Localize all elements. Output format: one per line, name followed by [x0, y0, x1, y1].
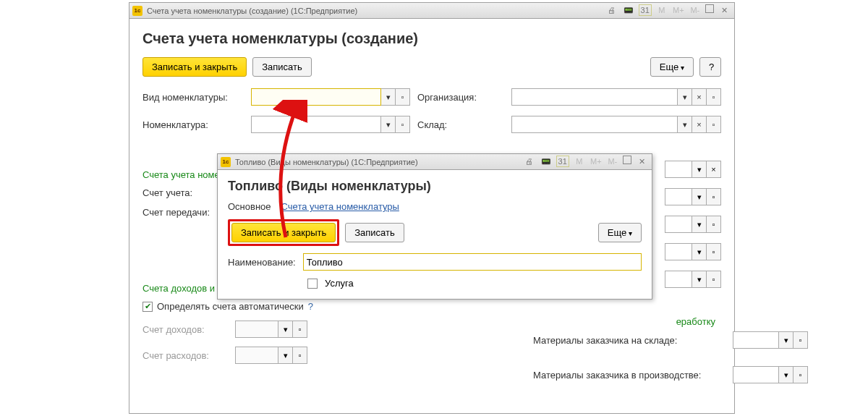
nom-input[interactable] — [251, 116, 381, 133]
vid-open-icon[interactable]: ▫ — [396, 88, 410, 106]
expense-open-icon[interactable]: ▫ — [293, 347, 307, 364]
vid-input[interactable] — [251, 88, 381, 106]
extra-input-5[interactable] — [665, 271, 692, 288]
dialog-app-icon: 1c — [221, 157, 231, 167]
sklad-clear-icon[interactable]: × — [692, 116, 707, 133]
more-button[interactable]: Еще — [650, 57, 694, 77]
dlg-print-icon[interactable]: 🖨 — [523, 156, 536, 167]
income-label: Счет доходов: — [142, 324, 229, 335]
extra-input-4[interactable] — [665, 243, 692, 260]
mat-sklad-open-icon[interactable]: ▫ — [793, 331, 808, 349]
auto-label: Определять счета автоматически — [157, 301, 304, 312]
window-title: Счета учета номенклатуры (создание) (1С:… — [147, 7, 357, 15]
dialog-window-title: Топливо (Виды номенклатуры) (1С:Предприя… — [235, 158, 418, 166]
sklad-label: Склад: — [417, 119, 504, 130]
transfer-label: Счет передачи: — [142, 207, 229, 218]
dlg-save-close-button[interactable]: Записать и закрыть — [231, 223, 336, 242]
extra1-dd-icon[interactable]: ▾ — [692, 161, 707, 178]
service-label: Услуга — [325, 278, 354, 289]
nom-open-icon[interactable]: ▫ — [396, 116, 410, 133]
extra3-dd-icon[interactable]: ▾ — [692, 216, 707, 233]
vid-label: Вид номенклатуры: — [142, 92, 244, 103]
extra2-dd-icon[interactable]: ▾ — [692, 188, 707, 205]
sklad-dropdown-icon[interactable]: ▾ — [678, 116, 692, 133]
dlg-restore-icon[interactable] — [623, 156, 631, 164]
service-checkbox[interactable] — [307, 279, 318, 289]
dlg-close-icon[interactable]: ✕ — [635, 156, 648, 168]
main-titlebar[interactable]: 1c Счета учета номенклатуры (создание) (… — [129, 3, 734, 19]
mat-proizv-open-icon[interactable]: ▫ — [793, 366, 808, 383]
extra4-open-icon[interactable]: ▫ — [707, 243, 721, 260]
nom-dropdown-icon[interactable]: ▾ — [381, 116, 396, 133]
tab-main[interactable]: Основное — [228, 201, 271, 212]
m-icon[interactable]: M — [655, 4, 668, 16]
calendar-green-icon[interactable]: 📟 — [622, 5, 635, 17]
extra-input-2[interactable] — [665, 188, 692, 205]
org-input[interactable] — [511, 88, 678, 106]
income-open-icon[interactable]: ▫ — [293, 321, 307, 338]
close-icon[interactable]: ✕ — [718, 5, 731, 17]
extra4-dd-icon[interactable]: ▾ — [692, 243, 707, 260]
mat-proizv-input[interactable] — [733, 366, 779, 383]
vid-dropdown-icon[interactable]: ▾ — [381, 88, 396, 106]
nom-label: Номенклатура: — [142, 119, 244, 130]
org-dropdown-icon[interactable]: ▾ — [678, 88, 692, 106]
income-input[interactable] — [235, 321, 278, 338]
help-button[interactable]: ? — [699, 57, 721, 77]
help-qmark-icon[interactable]: ? — [308, 301, 313, 312]
extra-input-3[interactable] — [665, 216, 692, 233]
save-close-button[interactable]: Записать и закрыть — [142, 57, 247, 77]
save-button[interactable]: Записать — [252, 57, 312, 77]
expense-label: Счет расходов: — [142, 350, 229, 361]
print-icon[interactable]: 🖨 — [605, 4, 618, 16]
extra3-open-icon[interactable]: ▫ — [707, 216, 721, 233]
extra5-dd-icon[interactable]: ▾ — [692, 271, 707, 288]
expense-dropdown-icon[interactable]: ▾ — [278, 347, 293, 364]
org-clear-icon[interactable]: × — [692, 88, 707, 106]
name-label: Наименование: — [228, 257, 296, 268]
toolbar: Записать и закрыть Записать Еще ? — [142, 57, 721, 77]
auto-checkbox[interactable] — [142, 302, 153, 312]
dlg-m-icon[interactable]: M — [573, 156, 586, 167]
extra1-x-icon[interactable]: × — [707, 161, 721, 178]
right-extra-fields: ▾× ▾▫ ▾▫ ▾▫ ▾▫ — [665, 161, 721, 288]
calendar-icon[interactable]: 31 — [639, 4, 652, 16]
highlight-red: Записать и закрыть — [228, 219, 339, 246]
dlg-save-button[interactable]: Записать — [345, 223, 404, 242]
mat-sklad-dd-icon[interactable]: ▾ — [779, 331, 793, 349]
dlg-calc-icon[interactable]: 📟 — [540, 156, 553, 168]
app-icon: 1c — [132, 6, 142, 16]
mat-sklad-input[interactable] — [733, 331, 779, 349]
dialog-window: 1c Топливо (Виды номенклатуры) (1С:Предп… — [217, 153, 652, 300]
green-truncated: еработку — [676, 316, 715, 327]
dialog-title: Топливо (Виды номенклатуры) — [228, 179, 642, 194]
org-label: Организация: — [417, 92, 504, 103]
mat-sklad-label: Материалы заказчика на складе: — [533, 335, 721, 346]
extra2-open-icon[interactable]: ▫ — [707, 188, 721, 205]
name-input[interactable] — [303, 253, 642, 271]
dlg-mminus-icon[interactable]: M- — [606, 156, 619, 167]
dlg-mplus-icon[interactable]: M+ — [590, 156, 603, 167]
mminus-icon[interactable]: M- — [689, 4, 702, 16]
mat-proizv-dd-icon[interactable]: ▾ — [779, 366, 793, 383]
tab-accounts[interactable]: Счета учета номенклатуры — [281, 201, 399, 212]
mat-proizv-label: Материалы заказчика в производстве: — [533, 370, 721, 381]
dlg-more-button[interactable]: Еще — [598, 223, 642, 242]
org-open-icon[interactable]: ▫ — [707, 88, 721, 106]
sklad-open-icon[interactable]: ▫ — [707, 116, 721, 133]
income-dropdown-icon[interactable]: ▾ — [278, 321, 293, 338]
page-title: Счета учета номенклатуры (создание) — [142, 30, 721, 47]
dialog-titlebar[interactable]: 1c Топливо (Виды номенклатуры) (1С:Предп… — [218, 154, 652, 170]
extra5-open-icon[interactable]: ▫ — [707, 271, 721, 288]
sklad-input[interactable] — [511, 116, 678, 133]
mplus-icon[interactable]: M+ — [672, 4, 685, 16]
extra-input-1[interactable] — [665, 161, 692, 178]
expense-input[interactable] — [235, 347, 278, 364]
minimize-icon[interactable] — [705, 4, 714, 13]
acc-label: Счет учета: — [142, 187, 229, 198]
dlg-calendar-icon[interactable]: 31 — [556, 156, 569, 167]
